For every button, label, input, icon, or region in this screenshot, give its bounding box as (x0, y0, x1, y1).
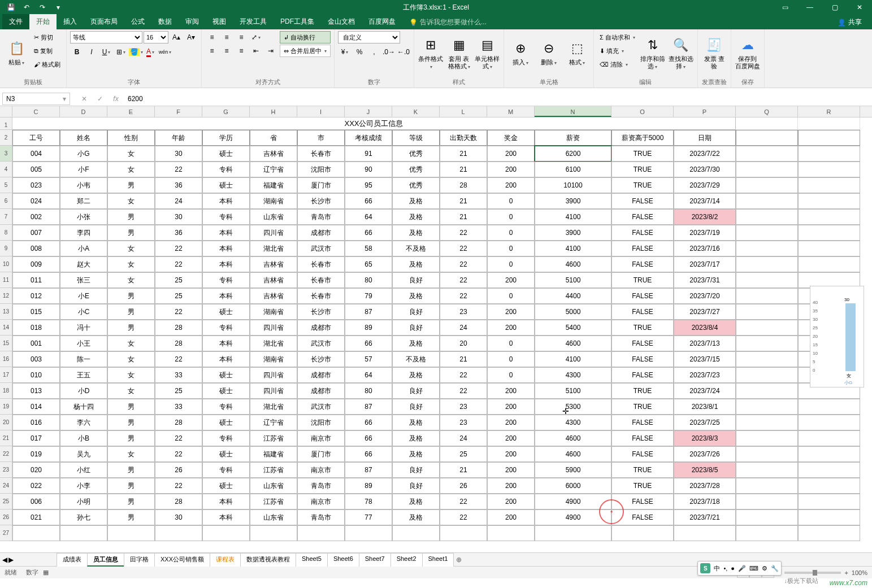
formula-input[interactable] (123, 93, 872, 105)
table-cell[interactable]: 小红 (60, 462, 107, 478)
share-button[interactable]: 👤共享 (833, 15, 866, 29)
table-cell[interactable]: 男 (107, 288, 155, 304)
table-cell[interactable]: 66 (345, 415, 392, 430)
table-cell[interactable]: 四川省 (250, 367, 297, 383)
align-left-icon[interactable]: ≡ (205, 45, 219, 57)
table-cell[interactable]: 良好 (392, 399, 440, 415)
redo-icon[interactable]: ↷ (35, 1, 50, 14)
table-cell[interactable]: 018 (12, 320, 60, 336)
table-cell[interactable]: 200 (487, 177, 535, 193)
font-size-select[interactable]: 16 (144, 31, 168, 43)
table-cell[interactable]: 女 (107, 146, 155, 162)
table-header-cell[interactable]: 薪资 (535, 130, 611, 146)
zoom-slider[interactable] (784, 572, 841, 574)
table-cell[interactable] (611, 525, 674, 541)
table-cell[interactable]: 南京市 (297, 494, 345, 509)
table-cell[interactable]: TRUE (611, 162, 674, 177)
table-cell[interactable]: 22 (440, 256, 487, 272)
table-cell[interactable]: 2023/8/4 (674, 320, 736, 336)
table-cell[interactable] (736, 146, 798, 162)
sheet-tab[interactable]: XXX公司销售额 (154, 553, 210, 567)
table-cell[interactable]: 山东省 (250, 209, 297, 225)
table-cell[interactable]: 小李 (60, 478, 107, 494)
col-header-M[interactable]: M (487, 106, 535, 117)
table-cell[interactable]: 006 (12, 494, 60, 509)
bold-button[interactable]: B (70, 46, 84, 58)
table-cell[interactable]: 本科 (202, 225, 250, 241)
table-cell[interactable]: 012 (12, 288, 60, 304)
table-cell[interactable]: TRUE (611, 462, 674, 478)
table-cell[interactable]: 5100 (535, 383, 611, 399)
table-cell[interactable]: 专科 (202, 462, 250, 478)
cell-styles-button[interactable]: ▤单元格样式 (474, 31, 500, 75)
table-cell[interactable]: 36 (155, 225, 202, 241)
table-cell[interactable]: 硕士 (202, 446, 250, 462)
table-cell[interactable]: 009 (12, 256, 60, 272)
table-cell[interactable]: FALSE (611, 336, 674, 351)
row-header[interactable]: 14 (0, 320, 12, 336)
row-header[interactable]: 1 (0, 117, 12, 130)
table-cell[interactable] (798, 193, 860, 209)
table-header-cell[interactable]: 考核成绩 (345, 130, 392, 146)
table-cell[interactable]: 李四 (60, 225, 107, 241)
table-cell[interactable]: 2023/7/22 (674, 146, 736, 162)
table-cell[interactable]: 020 (12, 462, 60, 478)
increase-font-icon[interactable]: A▴ (170, 31, 183, 43)
decrease-decimal-icon[interactable]: ←.0 (397, 46, 410, 58)
table-cell[interactable] (736, 415, 798, 430)
table-cell[interactable]: 优秀 (392, 177, 440, 193)
table-cell[interactable]: 江苏省 (250, 494, 297, 509)
qat-more-icon[interactable]: ▾ (51, 1, 66, 14)
table-header-cell[interactable]: 姓名 (60, 130, 107, 146)
sheet-tab[interactable]: 成绩表 (57, 553, 88, 567)
table-cell[interactable] (798, 241, 860, 256)
mini-chart[interactable]: 40 35 30 25 20 15 10 5 0 30 女 小G (810, 286, 864, 387)
table-cell[interactable]: 21 (440, 193, 487, 209)
col-header-J[interactable]: J (345, 106, 392, 117)
table-cell[interactable]: 武汉市 (297, 241, 345, 256)
table-header-cell[interactable] (736, 130, 798, 146)
tab-insert[interactable]: 插入 (57, 14, 84, 29)
table-cell[interactable] (736, 225, 798, 241)
table-cell[interactable] (798, 146, 860, 162)
table-cell[interactable]: 专科 (202, 430, 250, 446)
table-cell[interactable]: 87 (345, 304, 392, 320)
sheet-tab[interactable]: 田字格 (124, 553, 155, 567)
row-header[interactable]: 15 (0, 336, 12, 351)
table-cell[interactable] (736, 177, 798, 193)
merge-center-button[interactable]: ⇔合并后居中 (280, 45, 331, 57)
align-top-icon[interactable]: ≡ (205, 31, 219, 43)
table-cell[interactable]: 及格 (392, 509, 440, 525)
table-cell[interactable]: 89 (345, 478, 392, 494)
save-icon[interactable]: 💾 (3, 1, 18, 14)
table-cell[interactable]: 22 (440, 288, 487, 304)
table-header-cell[interactable]: 奖金 (487, 130, 535, 146)
table-cell[interactable]: 良好 (392, 272, 440, 288)
table-cell[interactable]: 005 (12, 162, 60, 177)
table-cell[interactable]: 21 (440, 462, 487, 478)
table-cell[interactable]: 小G (60, 146, 107, 162)
table-cell[interactable]: TRUE (611, 399, 674, 415)
indent-increase-icon[interactable]: ⇥ (264, 45, 277, 57)
table-cell[interactable]: 28 (155, 415, 202, 430)
table-cell[interactable]: 22 (155, 162, 202, 177)
table-cell[interactable] (736, 193, 798, 209)
table-cell[interactable] (736, 383, 798, 399)
table-cell[interactable]: 及格 (392, 225, 440, 241)
table-cell[interactable] (736, 367, 798, 383)
table-cell[interactable]: 014 (12, 399, 60, 415)
cancel-formula-icon[interactable]: ✕ (77, 93, 92, 105)
table-cell[interactable] (736, 351, 798, 367)
table-cell[interactable] (798, 225, 860, 241)
table-cell[interactable]: 四川省 (250, 320, 297, 336)
wrap-text-button[interactable]: ↲自动换行 (280, 31, 331, 43)
table-cell[interactable]: 本科 (202, 256, 250, 272)
table-cell[interactable]: 25 (155, 272, 202, 288)
table-cell[interactable]: 4300 (535, 415, 611, 430)
table-cell[interactable]: 2023/7/14 (674, 193, 736, 209)
table-cell[interactable]: 及格 (392, 288, 440, 304)
table-cell[interactable]: FALSE (611, 288, 674, 304)
table-cell[interactable] (798, 446, 860, 462)
table-cell[interactable]: 21 (440, 209, 487, 225)
table-cell[interactable]: 小明 (60, 494, 107, 509)
